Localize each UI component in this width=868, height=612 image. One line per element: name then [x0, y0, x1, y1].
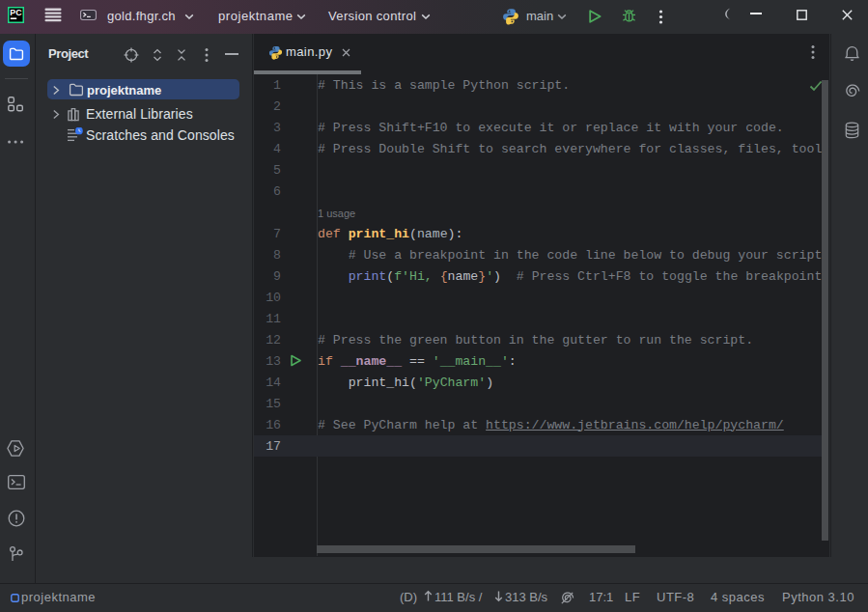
- svg-text:PC: PC: [10, 8, 22, 17]
